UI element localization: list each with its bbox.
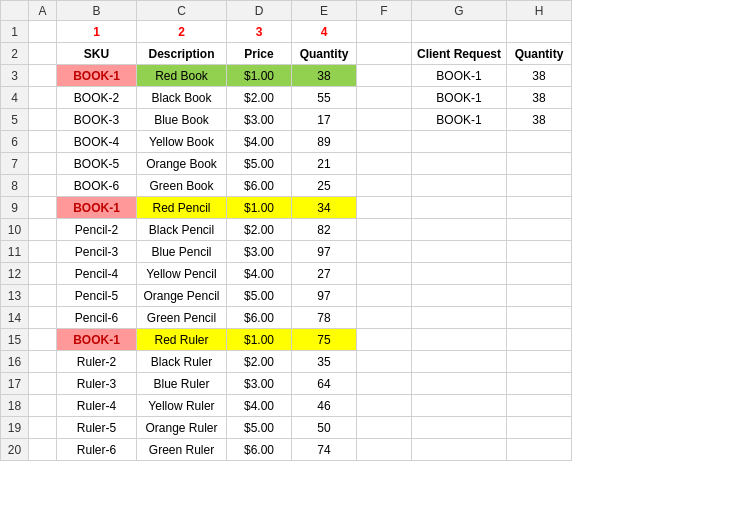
row-11: 11 Pencil-3 Blue Pencil $3.00 97 [1,241,572,263]
cell-c8: Green Book [137,175,227,197]
row-header-8: 8 [1,175,29,197]
cell-b1: 1 [57,21,137,43]
row-17: 17 Ruler-3 Blue Ruler $3.00 64 [1,373,572,395]
cell-h18 [507,395,572,417]
cell-h8 [507,175,572,197]
cell-d12: $4.00 [227,263,292,285]
cell-d7: $5.00 [227,153,292,175]
cell-h9 [507,197,572,219]
cell-a8 [29,175,57,197]
cell-f13 [357,285,412,307]
cell-c12: Yellow Pencil [137,263,227,285]
cell-f4 [357,87,412,109]
cell-e12: 27 [292,263,357,285]
cell-e2: Quantity [292,43,357,65]
cell-h6 [507,131,572,153]
cell-f2 [357,43,412,65]
cell-f20 [357,439,412,461]
cell-d15: $1.00 [227,329,292,351]
cell-e19: 50 [292,417,357,439]
cell-d10: $2.00 [227,219,292,241]
cell-a9 [29,197,57,219]
cell-b18: Ruler-4 [57,395,137,417]
cell-d4: $2.00 [227,87,292,109]
cell-a6 [29,131,57,153]
cell-a19 [29,417,57,439]
cell-h14 [507,307,572,329]
cell-c1: 2 [137,21,227,43]
row-13: 13 Pencil-5 Orange Pencil $5.00 97 [1,285,572,307]
cell-e6: 89 [292,131,357,153]
row-18: 18 Ruler-4 Yellow Ruler $4.00 46 [1,395,572,417]
cell-g11 [412,241,507,263]
col-header-e: E [292,1,357,21]
cell-a1 [29,21,57,43]
cell-b13: Pencil-5 [57,285,137,307]
cell-c10: Black Pencil [137,219,227,241]
cell-f10 [357,219,412,241]
cell-a15 [29,329,57,351]
row-header-12: 12 [1,263,29,285]
cell-b14: Pencil-6 [57,307,137,329]
cell-c3: Red Book [137,65,227,87]
cell-g10 [412,219,507,241]
cell-e9: 34 [292,197,357,219]
cell-f3 [357,65,412,87]
cell-e4: 55 [292,87,357,109]
cell-b19: Ruler-5 [57,417,137,439]
cell-b9: BOOK-1 [57,197,137,219]
cell-b8: BOOK-6 [57,175,137,197]
row-20: 20 Ruler-6 Green Ruler $6.00 74 [1,439,572,461]
cell-d18: $4.00 [227,395,292,417]
row-header-1: 1 [1,21,29,43]
cell-f14 [357,307,412,329]
row-header-18: 18 [1,395,29,417]
cell-h13 [507,285,572,307]
cell-g3: BOOK-1 [412,65,507,87]
cell-f12 [357,263,412,285]
cell-c7: Orange Book [137,153,227,175]
row-16: 16 Ruler-2 Black Ruler $2.00 35 [1,351,572,373]
cell-e18: 46 [292,395,357,417]
cell-e7: 21 [292,153,357,175]
cell-c13: Orange Pencil [137,285,227,307]
cell-f1 [357,21,412,43]
cell-e5: 17 [292,109,357,131]
cell-g15 [412,329,507,351]
cell-b11: Pencil-3 [57,241,137,263]
cell-a11 [29,241,57,263]
row-header-15: 15 [1,329,29,351]
cell-b7: BOOK-5 [57,153,137,175]
cell-e11: 97 [292,241,357,263]
cell-f17 [357,373,412,395]
cell-h7 [507,153,572,175]
cell-c11: Blue Pencil [137,241,227,263]
cell-c6: Yellow Book [137,131,227,153]
cell-b3: BOOK-1 [57,65,137,87]
col-header-a: A [29,1,57,21]
cell-h10 [507,219,572,241]
col-header-d: D [227,1,292,21]
cell-a4 [29,87,57,109]
cell-a12 [29,263,57,285]
row-header-2: 2 [1,43,29,65]
cell-d11: $3.00 [227,241,292,263]
row-header-3: 3 [1,65,29,87]
cell-b17: Ruler-3 [57,373,137,395]
col-header-g: G [412,1,507,21]
cell-g19 [412,417,507,439]
row-1: 1 1 2 3 4 [1,21,572,43]
cell-b15: BOOK-1 [57,329,137,351]
cell-h15 [507,329,572,351]
cell-e20: 74 [292,439,357,461]
cell-g9 [412,197,507,219]
cell-e3: 38 [292,65,357,87]
col-header-c: C [137,1,227,21]
cell-h4: 38 [507,87,572,109]
cell-a13 [29,285,57,307]
cell-a3 [29,65,57,87]
cell-f19 [357,417,412,439]
cell-c20: Green Ruler [137,439,227,461]
spreadsheet: A B C D E F G H 1 1 2 3 4 2 SKU Descrip [0,0,572,461]
cell-a14 [29,307,57,329]
